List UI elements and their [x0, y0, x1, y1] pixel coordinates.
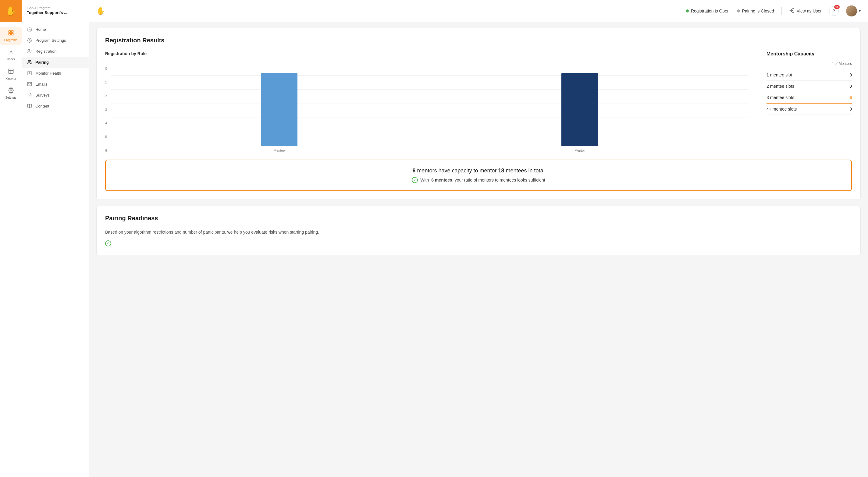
- capacity-row-3-label: 3 mentee slots: [767, 95, 794, 100]
- content-area: Registration Results Registration by Rol…: [89, 22, 868, 477]
- summary-mentees-suffix: mentees in total: [506, 167, 545, 173]
- surveys-icon: [27, 92, 32, 98]
- readiness-check-row: ✓: [105, 240, 852, 247]
- y-tick-2: 2: [105, 94, 107, 98]
- capacity-row-3: 3 mentee slots 6: [767, 92, 852, 103]
- content-label: Content: [35, 104, 50, 108]
- y-tick-0: 0: [105, 67, 107, 70]
- x-axis: Mentee Mentor: [111, 146, 748, 152]
- registration-results-title: Registration Results: [105, 37, 852, 44]
- registration-results-card: Registration Results Registration by Rol…: [96, 28, 861, 200]
- mentee-bar: [261, 73, 298, 146]
- summary-mentees-count: 18: [498, 167, 506, 173]
- summary-subtext: ✓ With 6 mentees your ratio of mentors t…: [113, 177, 844, 183]
- programs-icon: [8, 30, 14, 37]
- capacity-row-1-value: 0: [849, 72, 852, 77]
- pairing-readiness-card: Pairing Readiness Based on your algorith…: [96, 206, 861, 255]
- sidebar-item-reports[interactable]: Reports: [0, 65, 22, 83]
- svg-rect-2: [8, 33, 10, 35]
- pairing-label: Pairing: [35, 60, 49, 65]
- nav-item-content[interactable]: Content: [22, 100, 89, 112]
- emails-icon: [27, 81, 32, 87]
- nav-item-emails[interactable]: Emails: [22, 78, 89, 90]
- settings-label: Settings: [5, 96, 16, 99]
- avatar-image: [846, 5, 857, 17]
- readiness-check-icon: ✓: [105, 240, 111, 247]
- topbar-hand-icon: ✋: [96, 7, 105, 15]
- topbar: ✋ Registration is Open Pairing is Closed…: [89, 0, 868, 22]
- emails-label: Emails: [35, 82, 47, 87]
- help-icon: ?: [833, 8, 835, 13]
- chart-with-yaxis: 6 5 4 3 2 1 0: [105, 61, 748, 152]
- chart-body-wrap: Mentee Mentor: [111, 61, 748, 152]
- icon-bar-items: Programs Users Reports: [0, 22, 22, 102]
- svg-rect-0: [8, 31, 10, 33]
- svg-point-9: [29, 40, 30, 41]
- nav-item-pairing[interactable]: Pairing: [22, 57, 89, 68]
- sidebar-item-settings[interactable]: Settings: [0, 84, 22, 102]
- surveys-label: Surveys: [35, 93, 50, 97]
- capacity-row-4-label: 4+ mentee slots: [767, 106, 797, 112]
- monitor-health-icon: [27, 70, 32, 76]
- settings-icon: [8, 88, 14, 95]
- capacity-header: # of Mentors: [767, 62, 852, 66]
- svg-rect-5: [8, 69, 13, 74]
- registration-status-label: Registration is Open: [691, 8, 730, 13]
- users-icon: [8, 49, 14, 56]
- x-tick-mentor: Mentor: [561, 149, 598, 152]
- sidebar-breadcrumb: 1-on-1 Program: [27, 6, 84, 10]
- chart-subtitle: Registration by Role: [105, 51, 748, 56]
- view-as-user-icon: [789, 8, 795, 14]
- nav-item-home[interactable]: Home: [22, 24, 89, 35]
- y-axis: 6 5 4 3 2 1 0: [105, 67, 111, 152]
- svg-point-10: [28, 49, 30, 51]
- sidebar-item-users[interactable]: Users: [0, 46, 22, 64]
- sidebar: 1-on-1 Program Together Support's ... Ho…: [22, 0, 89, 477]
- svg-point-13: [28, 60, 30, 62]
- mentor-bar: [561, 73, 598, 146]
- bars-container: [111, 61, 748, 146]
- chart-body: [111, 61, 748, 146]
- mentee-bar-wrap: [261, 73, 298, 146]
- sidebar-program-title: Together Support's ...: [27, 10, 84, 15]
- view-as-user-button[interactable]: View as User: [789, 8, 822, 14]
- svg-point-8: [10, 90, 11, 91]
- summary-main-text: 6 mentors have capacity to mentor 18 men…: [113, 167, 844, 174]
- summary-mid-text: have capacity to mentor: [438, 167, 496, 173]
- programs-label: Programs: [4, 38, 18, 42]
- svg-rect-1: [11, 31, 13, 33]
- pairing-status: Pairing is Closed: [737, 8, 774, 13]
- topbar-divider: [781, 7, 782, 14]
- pairing-status-dot: [737, 9, 740, 12]
- profile-chevron-icon[interactable]: ▾: [859, 9, 861, 13]
- check-icon: ✓: [412, 177, 418, 183]
- pairing-readiness-subtitle: Based on your algorithm restrictions and…: [105, 229, 852, 235]
- registration-status-dot: [686, 9, 689, 12]
- view-as-user-label: View as User: [797, 8, 822, 13]
- user-profile[interactable]: ▾: [846, 5, 861, 17]
- nav-item-registration[interactable]: Registration: [22, 46, 89, 57]
- sidebar-header: 1-on-1 Program Together Support's ...: [22, 0, 89, 20]
- capacity-title: Mentorship Capacity: [767, 51, 852, 57]
- notification-badge: 10: [834, 5, 840, 9]
- home-label: Home: [35, 27, 46, 32]
- capacity-row-4: 4+ mentee slots 0: [767, 103, 852, 115]
- avatar[interactable]: [846, 5, 857, 17]
- nav-item-monitor-health[interactable]: Monitor Health: [22, 68, 89, 78]
- registration-icon: [27, 49, 32, 54]
- capacity-section: Mentorship Capacity # of Mentors 1 mente…: [767, 51, 852, 115]
- topbar-right: Registration is Open Pairing is Closed V…: [686, 5, 861, 17]
- capacity-row-2-value: 0: [849, 84, 852, 89]
- reports-icon: [8, 68, 14, 75]
- svg-rect-3: [11, 33, 13, 35]
- nav-item-program-settings[interactable]: Program Settings: [22, 35, 89, 46]
- program-settings-icon: [27, 37, 32, 43]
- sidebar-item-programs[interactable]: Programs: [0, 27, 22, 45]
- reports-label: Reports: [5, 77, 16, 80]
- help-button[interactable]: ? 10: [829, 6, 839, 16]
- nav-item-surveys[interactable]: Surveys: [22, 90, 89, 100]
- summary-sub-suffix: your ratio of mentors to mentees looks s…: [455, 178, 545, 183]
- users-label: Users: [7, 58, 14, 61]
- pairing-readiness-title: Pairing Readiness: [105, 215, 852, 222]
- summary-box: 6 mentors have capacity to mentor 18 men…: [105, 160, 852, 191]
